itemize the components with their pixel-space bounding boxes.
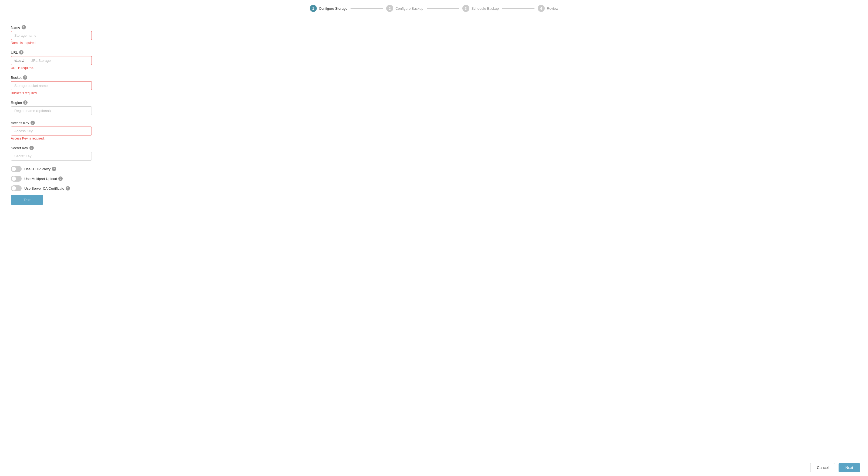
server-ca-cert-label: Use Server CA Certificate ? (24, 186, 70, 191)
url-group: https:// (11, 56, 92, 65)
url-input[interactable] (27, 56, 92, 65)
http-proxy-label: Use HTTP Proxy ? (24, 167, 56, 171)
bucket-error: Bucket is required. (11, 91, 92, 95)
step-4-circle: 4 (538, 5, 545, 12)
url-prefix: https:// (11, 56, 27, 65)
bucket-label: Bucket ? (11, 75, 92, 79)
region-help-icon[interactable]: ? (23, 100, 28, 105)
name-error: Name is required. (11, 41, 92, 45)
secret-key-label: Secret Key ? (11, 146, 92, 150)
access-key-help-icon[interactable]: ? (31, 121, 35, 125)
next-button[interactable]: Next (839, 463, 860, 472)
step-1: 1 Configure Storage (310, 5, 348, 12)
region-field-group: Region ? (11, 100, 92, 115)
step-2: 2 Configure Backup (386, 5, 423, 12)
multipart-upload-toggle[interactable] (11, 176, 22, 181)
access-key-label: Access Key ? (11, 121, 92, 125)
multipart-upload-slider (11, 176, 22, 181)
step-connector-3 (502, 8, 534, 9)
access-key-field-group: Access Key ? Access Key is required. (11, 121, 92, 140)
server-ca-cert-slider (11, 185, 22, 191)
step-4: 4 Review (538, 5, 558, 12)
server-ca-cert-help-icon[interactable]: ? (66, 186, 70, 191)
region-input[interactable] (11, 106, 92, 115)
access-key-input[interactable] (11, 127, 92, 135)
test-button[interactable]: Test (11, 195, 43, 205)
name-label: Name ? (11, 25, 92, 29)
region-label: Region ? (11, 100, 92, 105)
footer: Cancel Next (0, 459, 868, 476)
multipart-upload-toggle-group: Use Multipart Upload ? (11, 176, 92, 181)
multipart-upload-label: Use Multipart Upload ? (24, 176, 63, 181)
step-3-label: Schedule Backup (471, 6, 499, 10)
step-1-label: Configure Storage (319, 6, 348, 10)
step-1-circle: 1 (310, 5, 317, 12)
cancel-button[interactable]: Cancel (810, 463, 836, 472)
main-content: Name ? Name is required. URL ? https:// … (0, 17, 103, 459)
http-proxy-toggle[interactable] (11, 166, 22, 172)
step-3: 3 Schedule Backup (462, 5, 499, 12)
name-field-group: Name ? Name is required. (11, 25, 92, 45)
url-error: URL is required. (11, 66, 92, 70)
step-4-label: Review (547, 6, 558, 10)
url-help-icon[interactable]: ? (19, 50, 24, 55)
bucket-help-icon[interactable]: ? (23, 75, 27, 79)
http-proxy-toggle-group: Use HTTP Proxy ? (11, 166, 92, 172)
name-input[interactable] (11, 31, 92, 40)
step-connector-2 (427, 8, 459, 9)
url-field-group: URL ? https:// URL is required. (11, 50, 92, 70)
http-proxy-help-icon[interactable]: ? (52, 167, 56, 171)
server-ca-cert-toggle-group: Use Server CA Certificate ? (11, 185, 92, 191)
secret-key-help-icon[interactable]: ? (29, 146, 34, 150)
server-ca-cert-toggle[interactable] (11, 185, 22, 191)
multipart-upload-help-icon[interactable]: ? (58, 176, 63, 181)
bucket-field-group: Bucket ? Bucket is required. (11, 75, 92, 95)
stepper: 1 Configure Storage 2 Configure Backup 3… (0, 0, 868, 17)
secret-key-input[interactable] (11, 151, 92, 161)
step-2-circle: 2 (386, 5, 393, 12)
access-key-error: Access Key is required. (11, 137, 92, 140)
step-3-circle: 3 (462, 5, 469, 12)
step-2-label: Configure Backup (395, 6, 423, 10)
url-label: URL ? (11, 50, 92, 55)
name-help-icon[interactable]: ? (22, 25, 26, 29)
bucket-input[interactable] (11, 81, 92, 90)
step-connector-1 (350, 8, 383, 9)
http-proxy-slider (11, 166, 22, 172)
secret-key-field-group: Secret Key ? (11, 146, 92, 161)
